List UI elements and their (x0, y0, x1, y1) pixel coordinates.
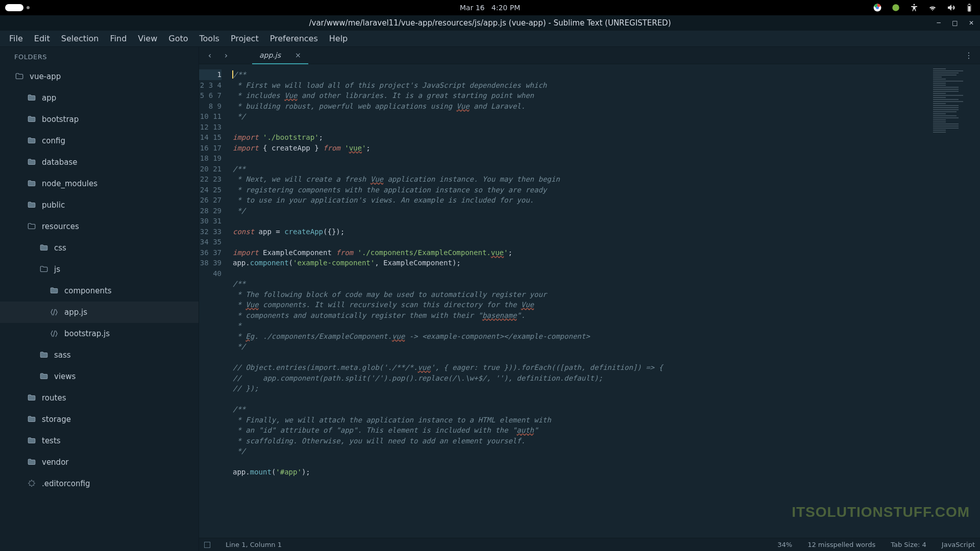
tree-item-label: vendor (42, 458, 68, 467)
topbar-dot (27, 6, 30, 9)
tree-item-label: .editorconfig (42, 479, 90, 488)
tree-item-label: storage (42, 415, 71, 424)
menu-help[interactable]: Help (324, 32, 353, 45)
watermark: ITSOLUTIONSTUFF.COM (792, 504, 970, 520)
tree-item-label: bootstrap (42, 115, 79, 124)
folder-icon (27, 414, 37, 424)
svg-rect-5 (969, 4, 970, 5)
tree-item-label: bootstrap.js (64, 329, 110, 338)
folder-icon (27, 393, 37, 403)
menu-preferences[interactable]: Preferences (265, 32, 323, 45)
tab-label: app.js (259, 51, 281, 59)
tree-item-label: views (54, 372, 76, 381)
menu-edit[interactable]: Edit (29, 32, 55, 45)
tree-item-label: database (42, 158, 78, 167)
folder-icon (27, 436, 37, 446)
tab-overflow-icon[interactable]: ⋮ (965, 51, 974, 60)
menu-file[interactable]: File (4, 32, 28, 45)
line-gutter: 1 2 3 4 5 6 7 8 9 10 11 12 13 14 15 16 1… (199, 64, 230, 538)
svg-point-2 (892, 4, 899, 11)
activities-pill[interactable] (5, 4, 23, 11)
js-icon (49, 307, 59, 317)
menu-goto[interactable]: Goto (163, 32, 193, 45)
folder-icon (27, 457, 37, 467)
tree-item-components[interactable]: components (0, 280, 199, 302)
tree-item-css[interactable]: css (0, 237, 199, 259)
folder-icon (27, 179, 37, 189)
tab-app-js[interactable]: app.js × (252, 47, 308, 64)
menu-view[interactable]: View (133, 32, 162, 45)
tree-item-node-modules[interactable]: node_modules (0, 173, 199, 194)
tree-item-database[interactable]: database (0, 152, 199, 173)
tree-item-views[interactable]: views (0, 366, 199, 387)
status-spell[interactable]: 12 misspelled words (807, 541, 875, 548)
sidebar: FOLDERS vue-appappbootstrapconfigdatabas… (0, 47, 199, 551)
tree-item-label: routes (42, 393, 66, 403)
menu-project[interactable]: Project (226, 32, 264, 45)
tree-item-label: sass (54, 350, 71, 360)
close-button[interactable]: ✕ (968, 19, 975, 27)
file-settings-icon (27, 479, 37, 489)
nav-back-icon[interactable]: ‹ (204, 50, 215, 61)
volume-icon[interactable] (946, 3, 955, 12)
battery-icon[interactable] (965, 3, 974, 12)
status-position[interactable]: Line 1, Column 1 (226, 541, 282, 548)
tree-item-bootstrap-js[interactable]: bootstrap.js (0, 323, 199, 344)
nav-forward-icon[interactable]: › (220, 50, 232, 61)
tree-item-vendor[interactable]: vendor (0, 452, 199, 473)
folder-icon (27, 114, 37, 124)
tree-item-bootstrap[interactable]: bootstrap (0, 109, 199, 130)
wifi-icon[interactable] (928, 3, 937, 12)
window-title: /var/www/me/laravel11/vue-app/resources/… (309, 18, 671, 28)
folder-icon (27, 136, 37, 146)
tree-item-app[interactable]: app (0, 87, 199, 109)
menu-find[interactable]: Find (105, 32, 132, 45)
folder-icon (27, 200, 37, 210)
tree-item-routes[interactable]: routes (0, 387, 199, 409)
tree-item-app-js[interactable]: app.js (0, 302, 199, 323)
folder-open-icon (39, 264, 49, 274)
tree-item-public[interactable]: public (0, 194, 199, 216)
minimize-button[interactable]: ─ (935, 19, 942, 27)
tree-item-js[interactable]: js (0, 259, 199, 280)
update-icon[interactable] (891, 3, 900, 12)
panel-toggle-icon[interactable] (204, 542, 210, 548)
tab-close-icon[interactable]: × (295, 51, 301, 59)
chrome-icon[interactable] (873, 3, 882, 12)
status-syntax[interactable]: JavaScript (942, 541, 975, 548)
code-view[interactable]: 1 2 3 4 5 6 7 8 9 10 11 12 13 14 15 16 1… (199, 64, 980, 538)
folder-icon (39, 350, 49, 360)
folder-icon (27, 93, 37, 103)
folders-header: FOLDERS (0, 47, 199, 66)
folder-icon (39, 371, 49, 382)
tree-item-label: config (42, 136, 65, 145)
tree-item-vue-app[interactable]: vue-app (0, 66, 199, 87)
status-tabsize[interactable]: Tab Size: 4 (891, 541, 926, 548)
svg-point-3 (914, 4, 915, 6)
tree-item-config[interactable]: config (0, 130, 199, 152)
tree-item-tests[interactable]: tests (0, 430, 199, 452)
maximize-button[interactable]: □ (951, 19, 959, 27)
folder-tree: vue-appappbootstrapconfigdatabasenode_mo… (0, 66, 199, 551)
menubar: FileEditSelectionFindViewGotoToolsProjec… (0, 31, 980, 47)
folder-icon (49, 286, 59, 296)
tree-item-label: public (42, 201, 65, 210)
tree-item--editorconfig[interactable]: .editorconfig (0, 473, 199, 494)
code-content[interactable]: /** * First we will load all of this pro… (230, 64, 929, 538)
menu-selection[interactable]: Selection (56, 32, 104, 45)
tree-item-resources[interactable]: resources (0, 216, 199, 237)
folder-open-icon (27, 221, 37, 232)
tree-item-sass[interactable]: sass (0, 344, 199, 366)
tree-item-label: tests (42, 436, 61, 445)
clock[interactable]: Mar 16 4:20 PM (460, 4, 520, 12)
tree-item-label: vue-app (30, 72, 61, 81)
accessibility-icon[interactable] (910, 3, 919, 12)
system-topbar: Mar 16 4:20 PM (0, 0, 980, 15)
tree-item-storage[interactable]: storage (0, 409, 199, 430)
menu-tools[interactable]: Tools (194, 32, 225, 45)
js-icon (49, 329, 59, 339)
status-zoom[interactable]: 34% (777, 541, 792, 548)
sublime-window: /var/www/me/laravel11/vue-app/resources/… (0, 15, 980, 551)
tree-item-label: node_modules (42, 179, 97, 188)
minimap[interactable] (929, 64, 980, 538)
